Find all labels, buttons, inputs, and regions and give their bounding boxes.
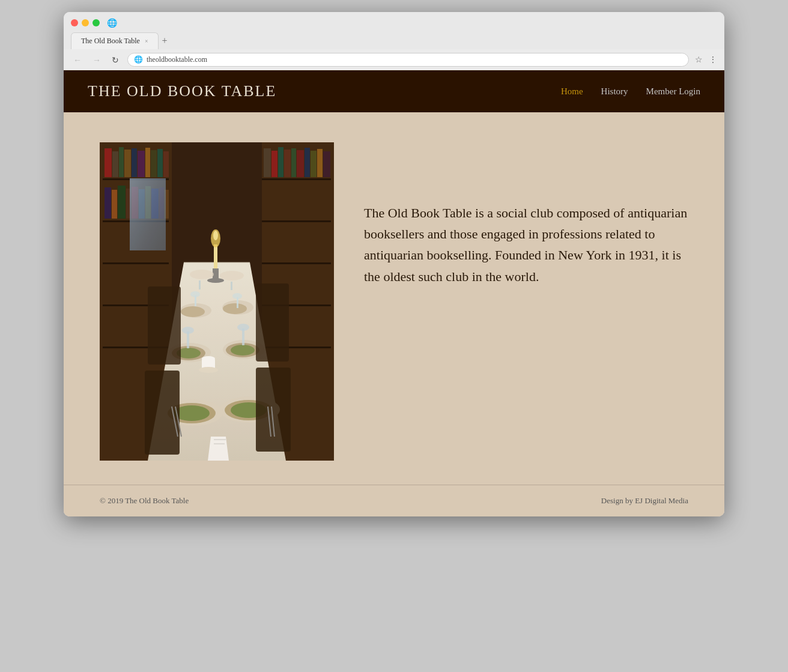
minimize-dot[interactable] [82, 19, 89, 26]
website-content: THE OLD BOOK TABLE Home History Member L… [64, 70, 724, 516]
browser-window: 🌐 The Old Book Table × + ← → ↻ 🌐 theoldb… [64, 12, 724, 516]
tab-title: The Old Book Table [81, 37, 140, 46]
site-title: THE OLD BOOK TABLE [88, 82, 276, 100]
dining-svg [100, 142, 334, 461]
url-bar[interactable]: 🌐 theoldbooktable.com [127, 53, 689, 67]
address-globe-icon: 🌐 [134, 55, 143, 64]
maximize-dot[interactable] [92, 19, 100, 26]
new-tab-button[interactable]: + [162, 35, 168, 46]
footer-design: Design by EJ Digital Media [601, 496, 688, 506]
site-main: The Old Book Table is a social club comp… [64, 112, 724, 485]
site-nav: Home History Member Login [561, 86, 700, 97]
intro-paragraph: The Old Book Table is a social club comp… [364, 202, 688, 287]
address-bar-area: ← → ↻ 🌐 theoldbooktable.com ☆ ⋮ [64, 49, 724, 70]
site-footer: © 2019 The Old Book Table Design by EJ D… [64, 485, 724, 516]
forward-button[interactable]: → [90, 54, 103, 66]
content-row: The Old Book Table is a social club comp… [100, 142, 688, 461]
svg-rect-94 [100, 142, 334, 461]
bookmark-icon[interactable]: ☆ [695, 55, 703, 65]
dining-image [100, 142, 334, 461]
window-controls [71, 19, 100, 26]
title-bar: 🌐 [71, 18, 717, 28]
footer-copyright: © 2019 The Old Book Table [100, 496, 189, 506]
browser-chrome: 🌐 The Old Book Table × + [64, 12, 724, 49]
url-text: theoldbooktable.com [147, 55, 207, 64]
back-button[interactable]: ← [71, 54, 84, 66]
nav-history[interactable]: History [601, 86, 628, 97]
globe-icon: 🌐 [107, 18, 117, 28]
site-header: THE OLD BOOK TABLE Home History Member L… [64, 70, 724, 112]
nav-member-login[interactable]: Member Login [646, 86, 700, 97]
nav-home[interactable]: Home [561, 86, 583, 97]
close-dot[interactable] [71, 19, 78, 26]
tab-close-button[interactable]: × [145, 38, 148, 44]
tab-bar: The Old Book Table × + [71, 32, 717, 49]
intro-text-block: The Old Book Table is a social club comp… [364, 142, 688, 287]
active-tab[interactable]: The Old Book Table × [71, 32, 159, 49]
browser-menu-icon[interactable]: ⋮ [709, 55, 717, 65]
reload-button[interactable]: ↻ [109, 54, 121, 66]
